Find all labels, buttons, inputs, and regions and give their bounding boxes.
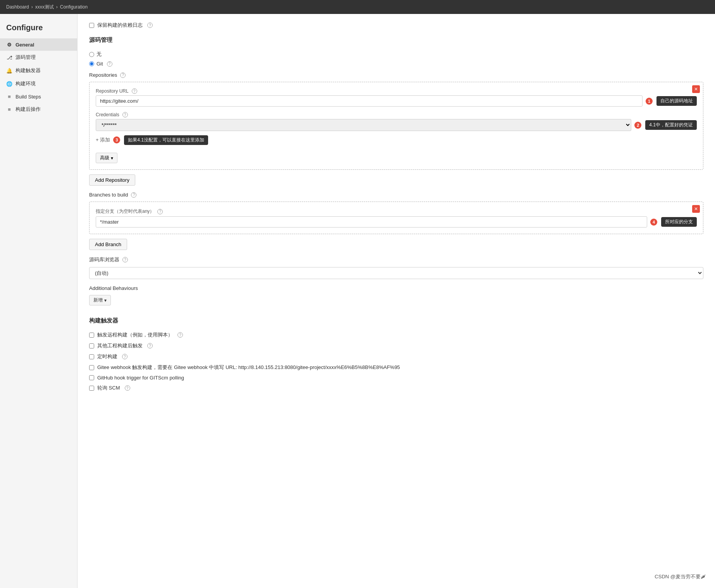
branch-specifier-label: 指定分支（为空时代表any） ? <box>96 208 697 215</box>
trigger-checkbox-2[interactable] <box>89 354 94 359</box>
sidebar-label-source: 源码管理 <box>16 54 36 61</box>
build-triggers-title: 构建触发器 <box>89 317 703 326</box>
keep-log-help-icon[interactable]: ? <box>147 22 153 28</box>
sidebar-item-trigger[interactable]: 🔔 构建触发器 <box>0 64 77 77</box>
branches-help-icon[interactable]: ? <box>131 192 136 198</box>
sidebar-item-post-build[interactable]: ≡ 构建后操作 <box>0 103 77 116</box>
chevron-down-icon: ▾ <box>111 155 113 161</box>
new-behaviour-button[interactable]: 新增 ▾ <box>89 295 111 305</box>
repository-box: ✕ Repository URL ? 1 自己的源码地址 Credentials <box>89 82 703 170</box>
trigger-label-3: Gitee webhook 触发构建，需要在 Gitee webhook 中填写… <box>97 364 400 371</box>
trigger-label-5: 轮询 SCM <box>97 385 120 391</box>
breadcrumb-project[interactable]: xxxx测试 <box>35 4 54 10</box>
advanced-label: 高级 <box>100 155 109 161</box>
sidebar-label-general: General <box>16 42 34 48</box>
sidebar-title: Configure <box>0 20 77 38</box>
credentials-label: Credentials ? <box>96 112 697 117</box>
trigger-help-1[interactable]: ? <box>147 343 153 348</box>
trigger-item-5: 轮询 SCM ? <box>89 385 703 391</box>
scm-radio-group: 无 Git ? <box>89 51 703 67</box>
trigger-item-0: 触发远程构建（例如，使用脚本） ? <box>89 331 703 338</box>
trigger-checkbox-0[interactable] <box>89 333 94 338</box>
sidebar-item-source[interactable]: ⎇ 源码管理 <box>0 51 77 64</box>
credentials-help-icon[interactable]: ? <box>122 112 128 117</box>
breadcrumb-dashboard[interactable]: Dashboard <box>6 4 29 10</box>
add-repository-button[interactable]: Add Repository <box>89 174 135 186</box>
trigger-checkbox-3[interactable] <box>89 365 94 370</box>
tooltip-badge-4: 4 <box>650 219 657 226</box>
repositories-label: Repositories ? <box>89 72 703 78</box>
browser-help-icon[interactable]: ? <box>122 257 128 262</box>
breadcrumb-current: Configuration <box>60 4 88 10</box>
radio-none[interactable] <box>89 52 94 57</box>
watermark: CSDN @麦当劳不要🌶 <box>651 572 709 582</box>
trigger-checkbox-4[interactable] <box>89 375 94 380</box>
source-management-title: 源码管理 <box>89 36 703 45</box>
trigger-item-3: Gitee webhook 触发构建，需要在 Gitee webhook 中填写… <box>89 364 703 371</box>
sidebar: Configure ⚙ General ⎇ 源码管理 🔔 构建触发器 🌐 构建环… <box>0 14 78 588</box>
tooltip-badge-1: 1 <box>646 98 653 105</box>
tooltip-badge-2: 2 <box>634 122 641 129</box>
add-credentials-button[interactable]: + 添加 <box>96 135 110 145</box>
source-management-section: 源码管理 无 Git ? Repositories ? ✕ <box>89 36 703 305</box>
trigger-item-2: 定时构建 ? <box>89 353 703 360</box>
trigger-checkbox-group: 触发远程构建（例如，使用脚本） ? 其他工程构建后触发 ? 定时构建 ? Git… <box>89 331 703 391</box>
steps-icon: ≡ <box>6 93 12 100</box>
tooltip-2-text: 4.1中，配置好的凭证 <box>645 120 697 130</box>
repo-url-help-icon[interactable]: ? <box>132 88 137 94</box>
trigger-help-5[interactable]: ? <box>125 385 130 391</box>
branch-specifier-help-icon[interactable]: ? <box>157 209 163 214</box>
credentials-select[interactable]: */****** <box>96 119 631 131</box>
radio-git-label: Git <box>96 61 103 67</box>
trigger-checkbox-5[interactable] <box>89 386 94 391</box>
trigger-label-4: GitHub hook trigger for GITScm polling <box>97 375 184 381</box>
keep-log-label: 保留构建的依赖日志 <box>97 22 143 29</box>
sidebar-label-trigger: 构建触发器 <box>16 67 41 74</box>
trigger-label-0: 触发远程构建（例如，使用脚本） <box>97 331 173 338</box>
browser-label: 源码库浏览器 ? <box>89 256 703 263</box>
sidebar-item-env[interactable]: 🌐 构建环境 <box>0 77 77 90</box>
top-bar: Dashboard › xxxx测试 › Configuration <box>0 0 715 14</box>
repo-url-input[interactable] <box>96 95 643 107</box>
radio-none-label: 无 <box>96 51 102 58</box>
top-checkbox-row: 保留构建的依赖日志 ? <box>89 22 703 29</box>
trigger-help-2[interactable]: ? <box>122 354 127 359</box>
new-btn-label: 新增 <box>93 297 103 303</box>
git-help-icon[interactable]: ? <box>107 61 112 67</box>
trigger-help-0[interactable]: ? <box>177 332 183 338</box>
repo-url-label: Repository URL ? <box>96 88 697 94</box>
tooltip-3-text: 如果4.1没配置，可以直接在这里添加 <box>124 135 208 145</box>
branch-input[interactable] <box>96 216 647 228</box>
browser-select[interactable]: (自动) <box>89 267 703 279</box>
keep-log-checkbox[interactable] <box>89 23 94 28</box>
branch-icon: ⎇ <box>6 54 12 60</box>
radio-none-row: 无 <box>89 51 703 58</box>
branches-label: Branches to build ? <box>89 192 703 198</box>
new-chevron-icon: ▾ <box>104 298 107 303</box>
tooltip-badge-3: 3 <box>113 136 120 143</box>
repositories-help-icon[interactable]: ? <box>120 72 126 78</box>
advanced-button[interactable]: 高级 ▾ <box>96 153 117 163</box>
main-content: 保留构建的依赖日志 ? 源码管理 无 Git ? Repositories <box>78 14 715 588</box>
sidebar-label-build-steps: Build Steps <box>16 94 41 100</box>
gear-icon: ⚙ <box>6 41 12 48</box>
branch-box: ✕ 指定分支（为空时代表any） ? 4 所对应的分支 <box>89 202 703 234</box>
trigger-item-4: GitHub hook trigger for GITScm polling <box>89 375 703 381</box>
tooltip-1-text: 自己的源码地址 <box>656 96 697 106</box>
trigger-label-1: 其他工程构建后触发 <box>97 342 143 349</box>
trigger-checkbox-1[interactable] <box>89 343 94 348</box>
close-branch-button[interactable]: ✕ <box>692 205 700 213</box>
sidebar-item-general[interactable]: ⚙ General <box>0 38 77 51</box>
build-triggers-section: 构建触发器 触发远程构建（例如，使用脚本） ? 其他工程构建后触发 ? 定时构建… <box>89 317 703 391</box>
close-repository-button[interactable]: ✕ <box>692 85 700 93</box>
add-branch-button[interactable]: Add Branch <box>89 239 127 250</box>
radio-git-row: Git ? <box>89 61 703 67</box>
post-icon: ≡ <box>6 106 12 112</box>
tooltip-4-text: 所对应的分支 <box>661 217 697 227</box>
sidebar-item-build-steps[interactable]: ≡ Build Steps <box>0 90 77 103</box>
radio-git[interactable] <box>89 61 94 66</box>
trigger-label-2: 定时构建 <box>97 353 117 360</box>
trigger-icon: 🔔 <box>6 67 12 74</box>
sidebar-label-env: 构建环境 <box>16 80 36 87</box>
env-icon: 🌐 <box>6 81 12 87</box>
